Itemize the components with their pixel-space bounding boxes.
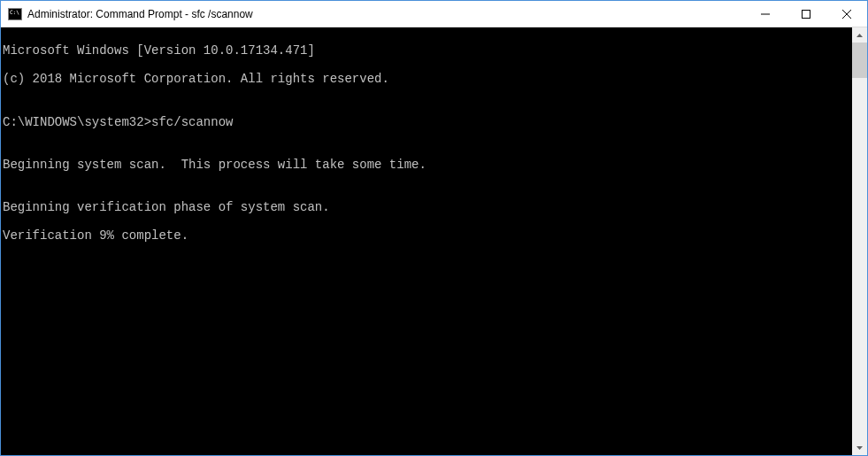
close-icon — [842, 10, 851, 19]
scroll-thumb[interactable] — [852, 43, 867, 78]
titlebar[interactable]: Administrator: Command Prompt - sfc /sca… — [1, 1, 867, 27]
console-line: Microsoft Windows [Version 10.0.17134.47… — [3, 43, 852, 58]
chevron-up-icon — [856, 34, 863, 37]
prompt-text: C:\WINDOWS\system32> — [3, 115, 151, 129]
svg-marker-4 — [856, 34, 863, 37]
command-text: sfc/scannow — [151, 115, 233, 129]
window-title: Administrator: Command Prompt - sfc /sca… — [27, 8, 745, 20]
console-line: Beginning system scan. This process will… — [3, 158, 852, 172]
console-line: Verification 9% complete. — [3, 228, 852, 243]
scroll-up-button[interactable] — [852, 27, 867, 43]
scroll-track[interactable] — [852, 43, 867, 440]
window-controls — [745, 1, 867, 27]
maximize-button[interactable] — [786, 1, 826, 27]
console-line: Beginning verification phase of system s… — [3, 200, 852, 214]
vertical-scrollbar[interactable] — [852, 27, 867, 455]
command-prompt-window: Administrator: Command Prompt - sfc /sca… — [0, 0, 868, 456]
prompt-line: C:\WINDOWS\system32>sfc/scannow — [3, 115, 852, 129]
svg-rect-1 — [803, 10, 810, 18]
console-output[interactable]: Microsoft Windows [Version 10.0.17134.47… — [1, 27, 852, 455]
close-button[interactable] — [826, 1, 867, 27]
maximize-icon — [802, 10, 810, 19]
console-line: (c) 2018 Microsoft Corporation. All righ… — [3, 72, 852, 86]
cmd-icon — [8, 7, 22, 21]
console-area: Microsoft Windows [Version 10.0.17134.47… — [1, 27, 867, 455]
minimize-button[interactable] — [745, 1, 786, 27]
chevron-down-icon — [856, 446, 863, 450]
svg-marker-5 — [856, 446, 863, 450]
minimize-icon — [761, 10, 770, 19]
scroll-down-button[interactable] — [852, 440, 867, 455]
